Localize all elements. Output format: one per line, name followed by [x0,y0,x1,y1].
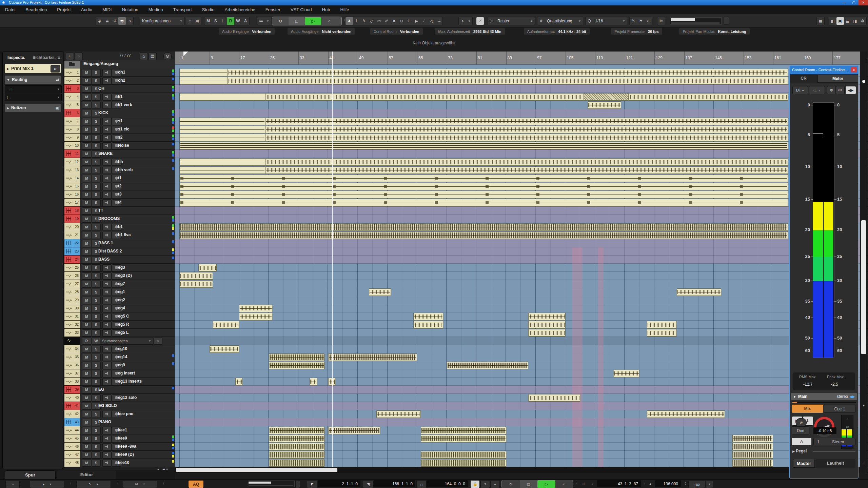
audio-event[interactable] [198,264,217,271]
track-row-t1[interactable]: 14MSt1 [64,174,175,182]
track-type-cell[interactable]: 35 [64,353,80,361]
solo-button[interactable]: S [92,264,101,271]
monitor-button[interactable] [102,305,112,312]
audio-event[interactable] [180,231,788,239]
monitor-button[interactable] [102,378,112,385]
monitor-a-button[interactable]: A [792,438,811,445]
monitor-button[interactable] [102,142,112,149]
lane-38[interactable] [175,378,868,386]
state-button-l[interactable]: L [219,17,227,25]
lane-41[interactable] [175,402,868,410]
track-row-eg5-l[interactable]: 33MSeg5 L [64,329,175,337]
monitor-button[interactable] [102,346,112,353]
audio-event[interactable] [528,329,565,337]
audio-event[interactable] [180,191,788,198]
track-type-cell[interactable]: 30 [64,304,80,312]
mute-button[interactable]: M [82,183,91,190]
track-row-eg3[interactable]: 25MSeg3 [64,264,175,272]
track-row-eg5-c[interactable]: 31MSeg5 C [64,312,175,321]
track-row-eg14[interactable]: 35MSeg14 [64,353,175,361]
lane-37[interactable] [175,369,868,378]
mute-button[interactable]: M [82,102,91,109]
state-button-a[interactable]: A [242,17,249,25]
audio-event[interactable] [269,353,324,361]
audio-record-mode-dropdown[interactable]: ∿▼ [76,480,111,488]
write-automation-button[interactable]: W [92,338,101,345]
track-row-kee9-d-[interactable]: 47MSkee9 (D) [64,451,175,459]
solo-button[interactable]: S [92,77,101,84]
goto-left-locator-button[interactable]: ◤ [307,480,318,488]
audio-event[interactable] [228,69,788,76]
track-type-cell[interactable]: 15 [64,182,80,190]
center-zone-toggle[interactable]: ▣ [836,17,844,25]
solo-button[interactable]: S [92,232,101,239]
track-row-eg4[interactable]: 30MSeg4 [64,304,175,312]
mute-button[interactable]: M [82,207,91,215]
audio-event[interactable] [447,362,529,369]
audio-event[interactable] [328,427,380,434]
audio-event[interactable] [528,321,565,328]
track-row-t3[interactable]: 16MSt3 [64,190,175,199]
menu-notation[interactable]: Notation [117,5,143,14]
track-type-cell[interactable]: 21 [64,231,80,239]
track-type-cell[interactable]: 48 [64,459,80,467]
track-row-k1-verb[interactable]: 5MSk1 verb [64,101,175,109]
state-button-s[interactable]: S [212,17,219,25]
track-row-s1-clc[interactable]: 8MSs1 clc [64,125,175,134]
glue-tool[interactable]: ✐ [383,17,390,25]
setup-window-icon[interactable]: ≣ [103,17,111,25]
track-type-cell[interactable]: 31 [64,312,80,320]
solo-button[interactable]: S [92,272,101,280]
tempo-mode-dropdown[interactable]: ▼ [706,480,713,488]
track-row-eg1[interactable]: 28MSeg1 [64,288,175,296]
track-row-snare[interactable]: 11MSSNARE [64,150,175,158]
solo-button[interactable]: S [92,289,101,296]
read-automation-button[interactable]: R [82,338,91,345]
track-row-kee9-8va[interactable]: 46MSkee9 -8va [64,443,175,451]
main-level-knob[interactable] [814,417,834,437]
menu-hub[interactable]: Hub [317,5,335,14]
lane-17[interactable] [175,207,868,215]
monitor-button[interactable] [102,321,112,328]
channel-info[interactable]: 1 Stereo [813,438,855,445]
monitor-button[interactable] [102,272,112,280]
track-type-cell[interactable]: 26 [64,272,80,280]
menu-datei[interactable]: Datei [0,5,20,14]
lane-31[interactable] [175,321,868,329]
pegel-section-header[interactable]: ▶ Pegel [792,449,855,453]
mute-button[interactable]: M [82,94,91,101]
track-row-eg[interactable]: 39MSEG [64,386,175,394]
audio-event[interactable] [528,313,565,320]
track-type-cell[interactable]: 27 [64,280,80,288]
track-row-eg-solo[interactable]: 41MSEG SOLO [64,402,175,410]
dim-value[interactable]: -0.10 dB [813,427,836,434]
mute-button[interactable]: M [82,248,91,255]
mute-button[interactable]: M [82,69,91,76]
mute-button[interactable]: M [82,272,91,280]
track-type-cell[interactable]: 46 [64,443,80,450]
track-row-kee10[interactable]: 48MSkee10 [64,459,175,467]
track-row-oh[interactable]: 3MSOH [64,85,175,93]
meter-expand-icon[interactable]: ◀▶ [845,86,856,94]
state-button-w[interactable]: W [234,17,242,25]
lane-24[interactable] [175,264,868,272]
menu-transport[interactable]: Transport [168,5,197,14]
track-type-cell[interactable]: 17 [64,199,80,206]
audio-event[interactable] [328,353,417,361]
monitor-button[interactable] [102,427,112,434]
track-type-cell[interactable]: 8 [64,125,80,133]
monitor-button[interactable] [102,354,112,361]
monitor-button[interactable] [102,77,112,84]
mute-button[interactable]: M [82,126,91,133]
audio-event[interactable] [180,77,228,84]
solo-button[interactable]: S [92,134,101,141]
audio-event[interactable] [180,223,788,231]
mute-button[interactable]: M [82,240,91,247]
main-section-header[interactable]: ▼Main stereo ◀▶ [791,393,857,400]
scrub-tool[interactable]: ◁ [428,17,435,25]
stop-button[interactable]: □ [520,480,538,488]
audio-event[interactable] [628,93,788,101]
lane-29[interactable] [175,304,868,312]
monitor-button[interactable] [102,69,112,76]
solo-button[interactable]: S [92,313,101,320]
